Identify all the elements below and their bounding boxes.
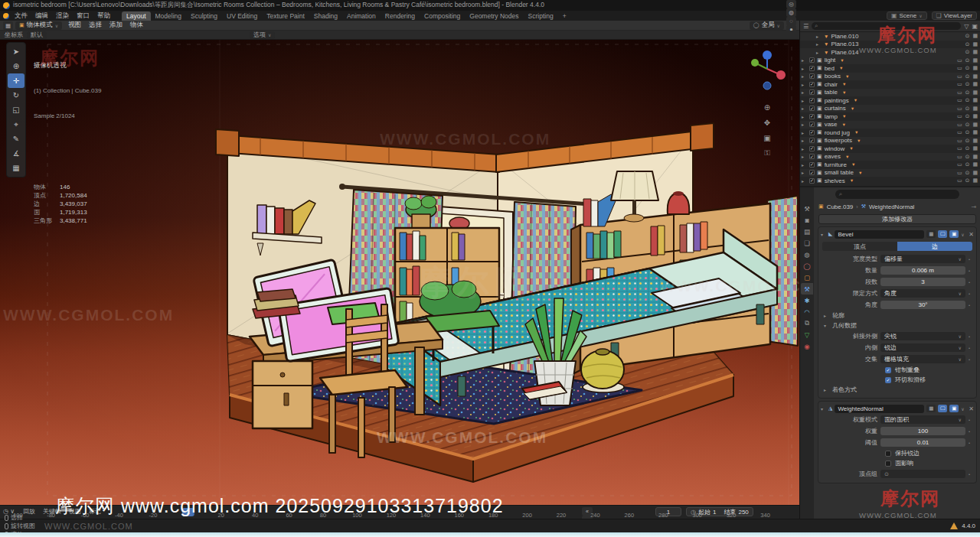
expand-icon[interactable]: ▸	[816, 34, 822, 39]
exclude-icon[interactable]: ▭	[957, 106, 962, 112]
material-tab[interactable]: ◉	[801, 340, 813, 352]
hide-viewport-icon[interactable]: ⊙	[965, 33, 970, 39]
hide-viewport-icon[interactable]: ⊙	[965, 154, 970, 160]
camera-view-icon[interactable]: ▣	[761, 132, 773, 144]
workspace-tab[interactable]: Shading	[309, 11, 342, 21]
viewport-menu-item[interactable]: 视图	[64, 20, 85, 29]
hide-viewport-icon[interactable]: ⊙	[965, 177, 970, 184]
workspace-tab[interactable]: Sculpting	[186, 11, 222, 21]
scene-selector[interactable]: ▣ Scene ∨	[887, 11, 927, 20]
disable-render-icon[interactable]: ▦	[972, 90, 978, 96]
breadcrumb-object[interactable]: Cube.039	[827, 203, 854, 210]
outliner-collection-row[interactable]: ▸ ✓ ▣ flowerpots ▼ ▭ ⊙ ▦	[800, 137, 980, 145]
outliner-collection-row[interactable]: ▸ ✓ ▣ lamp ▼ ▭ ⊙ ▦	[800, 112, 980, 121]
menu-item[interactable]: 文件	[11, 11, 31, 20]
loop-slide-checkbox[interactable]: ✓	[885, 377, 891, 383]
threshold-field[interactable]: 0.01	[880, 438, 965, 447]
hide-viewport-icon[interactable]: ⊙	[965, 73, 970, 80]
exclude-icon[interactable]: ▭	[957, 65, 962, 71]
disable-render-icon[interactable]: ▦	[972, 170, 978, 176]
disable-render-icon[interactable]: ▦	[972, 73, 978, 80]
hide-viewport-icon[interactable]: ⊙	[965, 122, 970, 128]
outliner-collection-row[interactable]: ▸ ✓ ▣ small table ▼ ▭ ⊙ ▦	[800, 169, 980, 177]
expand-icon[interactable]: ▸	[802, 66, 807, 71]
disable-render-icon[interactable]: ▦	[972, 145, 978, 151]
collection-checkbox[interactable]: ✓	[809, 138, 815, 143]
exclude-icon[interactable]: ▭	[957, 113, 962, 119]
exclude-icon[interactable]: ▭	[957, 122, 962, 128]
view-layer-tab[interactable]: ❏	[801, 237, 813, 249]
add-cube-tool[interactable]: ▦	[8, 161, 24, 175]
exclude-icon[interactable]: ▭	[957, 97, 962, 103]
outliner-editor-icon[interactable]: ☰	[803, 23, 808, 30]
options-dropdown[interactable]: 选项∨	[250, 31, 275, 39]
viewport-3d[interactable]: ➤⊕✛↻◱⌖✎∡▦ 摄像机透视 (1) Collection | Cube.03…	[0, 40, 799, 505]
hide-viewport-icon[interactable]: ⊙	[965, 138, 970, 144]
timeline[interactable]: ◷ ∨ 回放关键帧视图标记 «‹▶›» 1 ◷ 起始1 结束250 -100-8…	[0, 505, 799, 519]
view-layer-selector[interactable]: ❏ ViewLayer	[932, 11, 977, 20]
object-data-tab[interactable]: ▽	[801, 329, 813, 340]
collection-checkbox[interactable]: ✓	[809, 154, 815, 159]
geometry-section-header[interactable]: ▾几何数据	[821, 321, 974, 330]
navigation-gizmo[interactable]: ⊕✥▣⚿	[746, 46, 789, 162]
collection-checkbox[interactable]: ✓	[809, 98, 815, 103]
clamp-overlap-checkbox[interactable]: ✓	[885, 367, 891, 373]
exclude-icon[interactable]: ▭	[957, 129, 962, 135]
hide-viewport-icon[interactable]: ⊙	[965, 90, 970, 96]
edit-mode-toggle-icon[interactable]: ▦	[926, 405, 936, 412]
measure-tool[interactable]: ∡	[8, 146, 24, 161]
weight-field[interactable]: 100	[880, 427, 965, 435]
modifier-name-field[interactable]: WeightedNormal	[835, 405, 924, 413]
edit-mode-toggle-icon[interactable]: ▦	[926, 230, 936, 238]
lock-view-icon[interactable]: ⚿	[761, 147, 773, 159]
outliner-collection-row[interactable]: ▸ ✓ ▣ paintings ▼ ▭ ⊙ ▦	[800, 96, 980, 105]
expand-icon[interactable]: ▸	[802, 146, 807, 151]
hide-viewport-icon[interactable]: ⊙	[965, 113, 970, 119]
expand-icon[interactable]: ▸	[802, 122, 807, 127]
workspace-tab[interactable]: Rendering	[381, 11, 420, 21]
disable-render-icon[interactable]: ▦	[972, 113, 978, 119]
menu-item[interactable]: 窗口	[73, 11, 93, 20]
keep-sharp-checkbox[interactable]	[885, 451, 891, 457]
expand-icon[interactable]: ▸	[802, 98, 807, 103]
width-type-dropdown[interactable]: 偏移量∨	[880, 255, 965, 263]
outliner-object-row[interactable]: ▸ ▼ Plane.013 ⊙ ▦	[800, 41, 980, 49]
tab-edges[interactable]: 边	[897, 242, 972, 251]
disable-render-icon[interactable]: ▦	[972, 161, 978, 168]
collapse-icon[interactable]: ▾	[821, 232, 826, 237]
orientation-preset[interactable]: 默认	[27, 31, 47, 39]
collection-checkbox[interactable]: ✓	[809, 82, 815, 87]
properties-search-input[interactable]: ⌕	[835, 190, 959, 199]
expand-icon[interactable]: ▸	[802, 114, 807, 119]
exclude-icon[interactable]: ▭	[957, 57, 962, 63]
workspace-tab[interactable]: Geometry Nodes	[465, 11, 523, 21]
menu-item[interactable]: 编辑	[31, 11, 52, 20]
outliner-collection-row[interactable]: ▸ ✓ ▣ furniture ▼ ▭ ⊙ ▦	[800, 161, 980, 169]
viewport-menu-item[interactable]: 添加	[106, 20, 126, 29]
outliner-object-row[interactable]: ▸ ▼ Plane.010 ⊙ ▦	[800, 32, 980, 41]
outliner-collection-row[interactable]: ▸ ✓ ▣ light ▼ ▭ ⊙ ▦	[800, 57, 980, 65]
angle-field[interactable]: 30°	[880, 301, 965, 309]
exclude-icon[interactable]: ▭	[957, 90, 962, 96]
outliner-collection-row[interactable]: ▸ ✓ ▣ books ▼ ▭ ⊙ ▦	[800, 73, 980, 81]
close-icon[interactable]: ✕	[969, 405, 974, 412]
exclude-icon[interactable]: ▭	[957, 81, 962, 87]
pin-icon[interactable]: ⊸	[971, 203, 976, 210]
collection-checkbox[interactable]: ✓	[809, 57, 815, 63]
render-toggle-icon[interactable]: ▣	[949, 230, 959, 238]
profile-section-header[interactable]: ▸轮廓	[821, 311, 974, 321]
constraints-tab[interactable]: ⧉	[801, 317, 813, 329]
outliner-collection-row[interactable]: ▸ ✓ ▣ vase ▼ ▭ ⊙ ▦	[800, 121, 980, 129]
annotate-tool[interactable]: ✎	[8, 132, 24, 146]
disable-render-icon[interactable]: ▦	[972, 33, 978, 39]
hide-viewport-icon[interactable]: ⊙	[965, 106, 970, 112]
collection-checkbox[interactable]: ✓	[809, 162, 815, 168]
disable-render-icon[interactable]: ▦	[972, 41, 978, 47]
world-tab[interactable]: ◯	[801, 260, 813, 272]
shading-wireframe-icon[interactable]: ◌	[786, 17, 796, 25]
outliner-collection-row[interactable]: ▸ ✓ ▣ bed ▼ ▭ ⊙ ▦	[800, 64, 980, 73]
collection-checkbox[interactable]: ✓	[809, 178, 815, 184]
disable-render-icon[interactable]: ▦	[972, 57, 978, 63]
menu-item[interactable]: 渲染	[52, 11, 73, 20]
exclude-icon[interactable]: ▭	[957, 177, 962, 184]
